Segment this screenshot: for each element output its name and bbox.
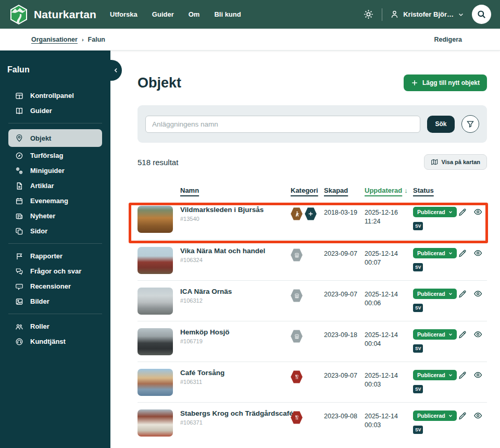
updated-time-value: 00:07: [365, 258, 413, 267]
status-dropdown[interactable]: Publicerad: [413, 329, 457, 340]
sidebar-item-fragor-och-svar[interactable]: Frågor och svar: [0, 264, 110, 279]
category-restaurant-icon: [291, 411, 303, 424]
object-name-link[interactable]: Stabergs Krog och Trädgårdscafé: [180, 409, 289, 417]
updated-date: 2025-12-16 11:24: [365, 208, 413, 226]
people-icon: [15, 322, 23, 331]
page: Naturkartan Utforska Guider Om Bli kund: [0, 0, 500, 448]
headset-icon: [15, 338, 23, 346]
status-label: Publicerad: [417, 372, 445, 378]
user-menu[interactable]: Kristofer Björ…: [390, 10, 464, 19]
filter-button[interactable]: [461, 115, 479, 133]
sidebar-title: Falun: [0, 51, 110, 88]
edit-pencil-icon[interactable]: [458, 370, 467, 379]
breadcrumb-organisationer[interactable]: Organisationer: [31, 36, 78, 43]
updated-date-value: 2025-12-14: [365, 371, 413, 380]
sidebar-item-label: Sidor: [30, 227, 47, 235]
search-submit-button[interactable]: Sök: [427, 116, 455, 133]
table-header: Namn Kategori Skapad Uppdaterad↓ Status: [138, 186, 487, 194]
sort-desc-arrow[interactable]: ↓: [404, 186, 408, 194]
object-name-link[interactable]: Café Torsång: [180, 369, 289, 377]
header-divider: [382, 8, 382, 21]
sidebar-item-objekt[interactable]: Objekt: [8, 129, 102, 147]
preview-eye-icon[interactable]: [473, 207, 482, 216]
object-thumbnail[interactable]: [138, 247, 173, 274]
sidebar-item-sidor[interactable]: Sidor: [0, 223, 110, 239]
sidebar-item-roller[interactable]: Roller: [0, 319, 110, 334]
object-name-link[interactable]: Vika Nära Mat och handel: [180, 247, 289, 255]
settings-gear-icon[interactable]: [363, 9, 374, 20]
object-thumbnail[interactable]: [138, 206, 173, 233]
updated-date: 2025-12-14 00:03: [365, 412, 413, 430]
edit-pencil-icon[interactable]: [458, 207, 467, 216]
brand-logo[interactable]: Naturkartan: [9, 4, 96, 25]
header-namn[interactable]: Namn: [180, 186, 199, 194]
redigera-link[interactable]: Redigera: [434, 36, 463, 43]
chevron-down-icon: [458, 11, 464, 18]
nav-utforska[interactable]: Utforska: [110, 10, 138, 18]
object-thumbnail[interactable]: [138, 288, 173, 315]
created-date: 2023-09-07: [324, 290, 365, 299]
category-more-icon[interactable]: [305, 207, 317, 220]
object-id: #106312: [180, 297, 289, 304]
book-icon: [15, 107, 23, 115]
sidebar-item-turforslag[interactable]: Turförslag: [0, 148, 110, 163]
sidebar-item-recensioner[interactable]: Recensioner: [0, 279, 110, 294]
sidebar-item-kontrollpanel[interactable]: Kontrollpanel: [0, 88, 110, 103]
object-name-link[interactable]: Vildmarksleden i Bjursås: [180, 206, 289, 214]
object-thumbnail[interactable]: [138, 409, 173, 437]
object-name-link[interactable]: Hemköp Hosjö: [180, 328, 289, 336]
object-thumbnail[interactable]: [138, 369, 173, 396]
sidebar-item-nyheter[interactable]: Nyheter: [0, 208, 110, 223]
category-restaurant-icon: [291, 370, 303, 383]
nav-om[interactable]: Om: [189, 10, 200, 18]
header-skapad[interactable]: Skapad: [324, 186, 348, 194]
sidebar-item-miniguider[interactable]: Miniguider: [0, 163, 110, 178]
preview-eye-icon[interactable]: [473, 248, 482, 257]
show-on-map-button[interactable]: Visa på kartan: [424, 154, 487, 170]
nav-guider[interactable]: Guider: [152, 10, 174, 18]
status-dropdown[interactable]: Publicerad: [413, 289, 457, 299]
object-name-input[interactable]: [145, 116, 420, 133]
preview-eye-icon[interactable]: [473, 370, 482, 379]
object-id: #13540: [180, 216, 289, 222]
sidebar-item-label: Nyheter: [30, 212, 55, 220]
edit-pencil-icon[interactable]: [458, 289, 467, 298]
header-uppdaterad[interactable]: Uppdaterad: [365, 186, 402, 194]
table-row: Vildmarksleden i Bjursås #13540: [138, 199, 487, 240]
updated-date-value: 2025-12-16: [365, 208, 413, 217]
edit-pencil-icon[interactable]: [458, 330, 467, 339]
language-badge: SV: [413, 426, 423, 434]
object-thumbnail[interactable]: [138, 328, 173, 355]
sidebar-item-label: Kontrollpanel: [30, 92, 74, 99]
status-dropdown[interactable]: Publicerad: [413, 248, 457, 258]
sidebar-item-evenemang[interactable]: Evenemang: [0, 193, 110, 208]
sidebar-item-label: Guider: [30, 107, 52, 115]
status-dropdown[interactable]: Publicerad: [413, 410, 457, 421]
status-dropdown[interactable]: Publicerad: [413, 207, 457, 217]
sidebar-item-artiklar[interactable]: Artiklar: [0, 178, 110, 193]
chevron-down-icon: [448, 251, 453, 255]
sidebar-item-label: Evenemang: [30, 197, 68, 205]
sidebar-item-kundtjanst[interactable]: Kundtjänst: [0, 334, 110, 349]
breadcrumb: Organisationer › Falun: [31, 36, 105, 43]
preview-eye-icon[interactable]: [473, 411, 482, 420]
edit-pencil-icon[interactable]: [458, 411, 467, 420]
status-label: Publicerad: [417, 291, 445, 297]
preview-eye-icon[interactable]: [473, 330, 482, 339]
header-kategori[interactable]: Kategori: [291, 186, 318, 194]
object-name-link[interactable]: ICA Nära Ornäs: [180, 288, 289, 295]
global-search-button[interactable]: [472, 5, 491, 24]
breadcrumb-falun: Falun: [88, 36, 105, 43]
nav-bli-kund[interactable]: Bli kund: [214, 10, 241, 18]
brand-name: Naturkartan: [34, 8, 96, 21]
dashboard-icon: [15, 92, 23, 100]
preview-eye-icon[interactable]: [473, 289, 482, 298]
sidebar-item-rapporter[interactable]: Rapporter: [0, 248, 110, 264]
add-object-button[interactable]: Lägg till nytt objekt: [404, 74, 487, 91]
sidebar-item-label: Rapporter: [30, 252, 63, 260]
header-status[interactable]: Status: [413, 186, 434, 194]
sidebar-item-guider[interactable]: Guider: [0, 103, 110, 118]
sidebar-item-bilder[interactable]: Bilder: [0, 294, 110, 309]
status-dropdown[interactable]: Publicerad: [413, 370, 457, 380]
edit-pencil-icon[interactable]: [458, 248, 467, 257]
